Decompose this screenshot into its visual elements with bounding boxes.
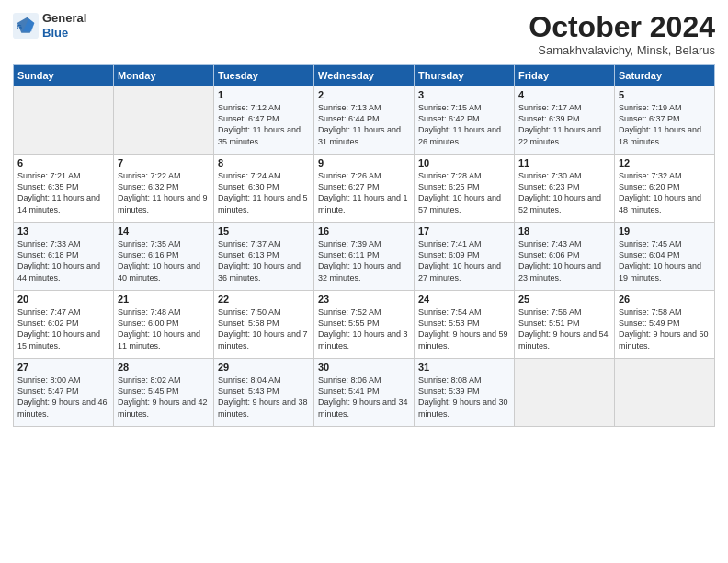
- calendar-cell: 19Sunrise: 7:45 AMSunset: 6:04 PMDayligh…: [615, 223, 715, 291]
- calendar-table: Sunday Monday Tuesday Wednesday Thursday…: [13, 64, 715, 427]
- day-detail: Sunrise: 7:32 AMSunset: 6:20 PMDaylight:…: [619, 170, 711, 215]
- calendar-cell: 21Sunrise: 7:48 AMSunset: 6:00 PMDayligh…: [114, 291, 214, 359]
- calendar-cell: 31Sunrise: 8:08 AMSunset: 5:39 PMDayligh…: [415, 359, 515, 427]
- day-detail: Sunrise: 7:54 AMSunset: 5:53 PMDaylight:…: [418, 306, 510, 351]
- day-detail: Sunrise: 7:35 AMSunset: 6:16 PMDaylight:…: [118, 238, 210, 283]
- day-detail: Sunrise: 7:43 AMSunset: 6:06 PMDaylight:…: [518, 238, 610, 283]
- day-detail: Sunrise: 8:08 AMSunset: 5:39 PMDaylight:…: [418, 374, 510, 419]
- col-friday: Friday: [515, 65, 615, 86]
- week-row-3: 13Sunrise: 7:33 AMSunset: 6:18 PMDayligh…: [14, 223, 715, 291]
- day-detail: Sunrise: 7:26 AMSunset: 6:27 PMDaylight:…: [318, 170, 410, 215]
- day-detail: Sunrise: 7:50 AMSunset: 5:58 PMDaylight:…: [218, 306, 310, 351]
- day-number: 30: [318, 362, 410, 373]
- day-detail: Sunrise: 7:39 AMSunset: 6:11 PMDaylight:…: [318, 238, 410, 283]
- day-number: 12: [619, 157, 711, 168]
- calendar-cell: 25Sunrise: 7:56 AMSunset: 5:51 PMDayligh…: [515, 291, 615, 359]
- day-detail: Sunrise: 8:00 AMSunset: 5:47 PMDaylight:…: [17, 374, 109, 419]
- day-detail: Sunrise: 7:19 AMSunset: 6:37 PMDaylight:…: [619, 102, 711, 147]
- day-number: 8: [218, 157, 310, 168]
- day-number: 9: [318, 157, 410, 168]
- calendar-cell: 11Sunrise: 7:30 AMSunset: 6:23 PMDayligh…: [515, 155, 615, 223]
- day-number: 21: [118, 293, 210, 304]
- col-thursday: Thursday: [415, 65, 515, 86]
- calendar-cell: 27Sunrise: 8:00 AMSunset: 5:47 PMDayligh…: [14, 359, 114, 427]
- month-title: October 2024: [529, 11, 715, 43]
- day-detail: Sunrise: 7:12 AMSunset: 6:47 PMDaylight:…: [218, 102, 310, 147]
- calendar-cell: [515, 359, 615, 427]
- calendar-cell: 10Sunrise: 7:28 AMSunset: 6:25 PMDayligh…: [415, 155, 515, 223]
- day-number: 29: [218, 362, 310, 373]
- day-detail: Sunrise: 7:33 AMSunset: 6:18 PMDaylight:…: [17, 238, 109, 283]
- day-detail: Sunrise: 7:15 AMSunset: 6:42 PMDaylight:…: [418, 102, 510, 147]
- page: G General Blue October 2024 Samakhvalavi…: [0, 0, 728, 563]
- day-detail: Sunrise: 7:45 AMSunset: 6:04 PMDaylight:…: [619, 238, 711, 283]
- calendar-cell: 28Sunrise: 8:02 AMSunset: 5:45 PMDayligh…: [114, 359, 214, 427]
- day-detail: Sunrise: 8:02 AMSunset: 5:45 PMDaylight:…: [118, 374, 210, 419]
- calendar-cell: 2Sunrise: 7:13 AMSunset: 6:44 PMDaylight…: [314, 86, 415, 155]
- day-number: 13: [17, 225, 109, 236]
- week-row-2: 6Sunrise: 7:21 AMSunset: 6:35 PMDaylight…: [14, 155, 715, 223]
- calendar-cell: 8Sunrise: 7:24 AMSunset: 6:30 PMDaylight…: [214, 155, 314, 223]
- day-detail: Sunrise: 8:06 AMSunset: 5:41 PMDaylight:…: [318, 374, 410, 419]
- calendar-cell: 17Sunrise: 7:41 AMSunset: 6:09 PMDayligh…: [415, 223, 515, 291]
- day-number: 2: [318, 89, 410, 100]
- calendar-cell: 18Sunrise: 7:43 AMSunset: 6:06 PMDayligh…: [515, 223, 615, 291]
- day-number: 19: [619, 225, 711, 236]
- week-row-4: 20Sunrise: 7:47 AMSunset: 6:02 PMDayligh…: [14, 291, 715, 359]
- col-sunday: Sunday: [14, 65, 114, 86]
- logo-icon: G: [13, 13, 39, 39]
- calendar-cell: 6Sunrise: 7:21 AMSunset: 6:35 PMDaylight…: [14, 155, 114, 223]
- day-number: 25: [518, 293, 610, 304]
- week-row-5: 27Sunrise: 8:00 AMSunset: 5:47 PMDayligh…: [14, 359, 715, 427]
- col-wednesday: Wednesday: [314, 65, 415, 86]
- day-detail: Sunrise: 7:13 AMSunset: 6:44 PMDaylight:…: [318, 102, 410, 147]
- day-number: 17: [418, 225, 510, 236]
- day-number: 24: [418, 293, 510, 304]
- calendar-cell: 3Sunrise: 7:15 AMSunset: 6:42 PMDaylight…: [415, 86, 515, 155]
- week-row-1: 1Sunrise: 7:12 AMSunset: 6:47 PMDaylight…: [14, 86, 715, 155]
- day-number: 20: [17, 293, 109, 304]
- day-detail: Sunrise: 7:30 AMSunset: 6:23 PMDaylight:…: [518, 170, 610, 215]
- day-number: 27: [17, 362, 109, 373]
- calendar-cell: 13Sunrise: 7:33 AMSunset: 6:18 PMDayligh…: [14, 223, 114, 291]
- calendar-cell: 23Sunrise: 7:52 AMSunset: 5:55 PMDayligh…: [314, 291, 415, 359]
- day-detail: Sunrise: 7:21 AMSunset: 6:35 PMDaylight:…: [17, 170, 109, 215]
- day-detail: Sunrise: 7:24 AMSunset: 6:30 PMDaylight:…: [218, 170, 310, 215]
- day-number: 23: [318, 293, 410, 304]
- calendar-cell: 24Sunrise: 7:54 AMSunset: 5:53 PMDayligh…: [415, 291, 515, 359]
- day-number: 22: [218, 293, 310, 304]
- day-number: 11: [518, 157, 610, 168]
- day-detail: Sunrise: 8:04 AMSunset: 5:43 PMDaylight:…: [218, 374, 310, 419]
- col-monday: Monday: [114, 65, 214, 86]
- day-number: 10: [418, 157, 510, 168]
- day-number: 15: [218, 225, 310, 236]
- day-number: 5: [619, 89, 711, 100]
- day-number: 14: [118, 225, 210, 236]
- calendar-cell: 4Sunrise: 7:17 AMSunset: 6:39 PMDaylight…: [515, 86, 615, 155]
- calendar-cell: 16Sunrise: 7:39 AMSunset: 6:11 PMDayligh…: [314, 223, 415, 291]
- calendar-cell: 1Sunrise: 7:12 AMSunset: 6:47 PMDaylight…: [214, 86, 314, 155]
- day-number: 18: [518, 225, 610, 236]
- day-number: 3: [418, 89, 510, 100]
- col-tuesday: Tuesday: [214, 65, 314, 86]
- calendar-cell: [114, 86, 214, 155]
- day-detail: Sunrise: 7:28 AMSunset: 6:25 PMDaylight:…: [418, 170, 510, 215]
- day-number: 7: [118, 157, 210, 168]
- calendar-cell: 26Sunrise: 7:58 AMSunset: 5:49 PMDayligh…: [615, 291, 715, 359]
- location: Samakhvalavichy, Minsk, Belarus: [529, 43, 715, 57]
- day-detail: Sunrise: 7:48 AMSunset: 6:00 PMDaylight:…: [118, 306, 210, 351]
- day-number: 28: [118, 362, 210, 373]
- day-number: 26: [619, 293, 711, 304]
- title-block: October 2024 Samakhvalavichy, Minsk, Bel…: [529, 11, 715, 57]
- day-detail: Sunrise: 7:47 AMSunset: 6:02 PMDaylight:…: [17, 306, 109, 351]
- calendar-cell: 5Sunrise: 7:19 AMSunset: 6:37 PMDaylight…: [615, 86, 715, 155]
- header: G General Blue October 2024 Samakhvalavi…: [13, 11, 715, 57]
- calendar-cell: 29Sunrise: 8:04 AMSunset: 5:43 PMDayligh…: [214, 359, 314, 427]
- calendar-cell: 9Sunrise: 7:26 AMSunset: 6:27 PMDaylight…: [314, 155, 415, 223]
- calendar-cell: [615, 359, 715, 427]
- day-detail: Sunrise: 7:22 AMSunset: 6:32 PMDaylight:…: [118, 170, 210, 215]
- calendar-cell: 7Sunrise: 7:22 AMSunset: 6:32 PMDaylight…: [114, 155, 214, 223]
- day-number: 1: [218, 89, 310, 100]
- day-number: 31: [418, 362, 510, 373]
- day-detail: Sunrise: 7:37 AMSunset: 6:13 PMDaylight:…: [218, 238, 310, 283]
